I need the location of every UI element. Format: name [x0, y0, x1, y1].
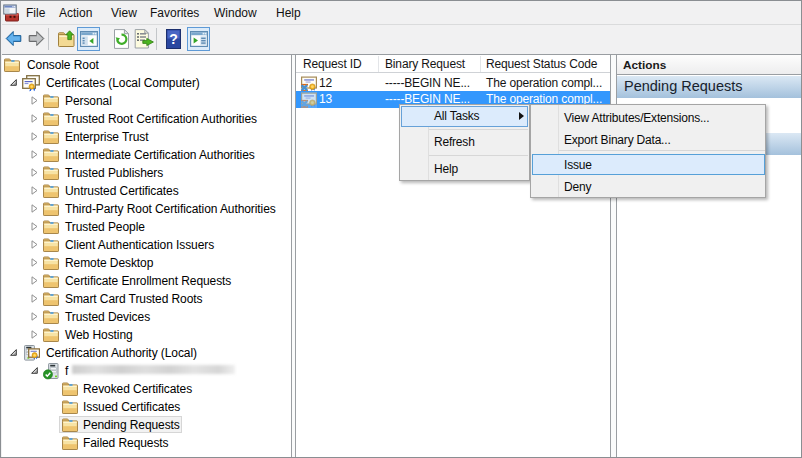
svg-text:?: ? — [169, 31, 178, 47]
